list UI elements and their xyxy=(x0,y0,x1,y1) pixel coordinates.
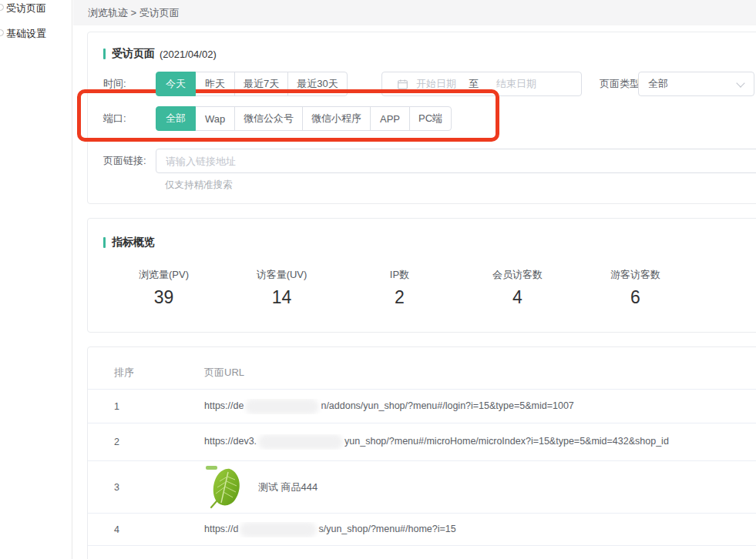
redacted-blur-patch xyxy=(245,399,319,414)
redacted-blur-patch xyxy=(240,522,317,537)
port-label: 端口: xyxy=(103,106,126,131)
sidebar: 受访页面 基础设置 xyxy=(0,0,72,559)
column-header-url: 页面URL xyxy=(204,366,244,380)
table-body: 1https://den/addons/yun_shop/?menu#/logi… xyxy=(88,390,756,559)
rank-cell: 1 xyxy=(114,401,204,412)
breadcrumb: 浏览轨迹 > 受访页面 xyxy=(73,0,756,25)
time-option-button[interactable]: 最近7天 xyxy=(234,72,288,96)
page-type-label: 页面类型: xyxy=(600,72,643,96)
sidebar-item-basic-settings[interactable]: 基础设置 xyxy=(6,27,46,41)
url-text: yun_shop/?menu#/microHome/microIndex?i=1… xyxy=(344,436,669,447)
metric-label: 浏览量(PV) xyxy=(105,268,223,282)
metric-label: 访客量(UV) xyxy=(223,268,341,282)
title-accent-bar xyxy=(103,49,106,59)
url-table-card: 排序 页面URL 1https://den/addons/yun_shop/?m… xyxy=(87,346,756,559)
page-link-label: 页面链接: xyxy=(103,149,146,173)
page: 受访页面 基础设置 浏览轨迹 > 受访页面 受访页面 (2021/04/02) … xyxy=(0,0,756,559)
metric-value: 4 xyxy=(459,287,576,308)
table-header: 排序 页面URL xyxy=(88,347,756,390)
sidebar-item-label: 受访页面 xyxy=(6,2,46,14)
metric: IP数2 xyxy=(341,268,459,308)
metrics-card: 指标概览 浏览量(PV)39访客量(UV)14IP数2会员访客数4游客访客数6 xyxy=(87,218,756,333)
table-row: 5htt/yun_shop/?menu#/home?i=15&type=5&mi… xyxy=(88,546,756,559)
section-title-visited-pages: 受访页面 (2021/04/02) xyxy=(103,47,217,61)
url-text: n/addons/yun_shop/?menu#/login?i=15&type… xyxy=(321,400,573,411)
bullet-icon xyxy=(0,4,4,11)
metric-value: 39 xyxy=(105,287,223,308)
metrics-row: 浏览量(PV)39访客量(UV)14IP数2会员访客数4游客访客数6 xyxy=(105,268,694,308)
port-filter-row: 端口: 全部Wap微信公众号微信小程序APPPC端 xyxy=(103,106,756,131)
metric-label: 会员访客数 xyxy=(459,268,576,282)
filter-card: 受访页面 (2021/04/02) 时间: 今天昨天最近7天最近30天 开始日期… xyxy=(87,32,756,204)
rank-cell: 3 xyxy=(114,482,204,493)
rank-cell: 4 xyxy=(114,524,204,535)
metric-value: 2 xyxy=(341,287,459,308)
url-text: https://de xyxy=(204,400,244,411)
date-range-separator: 至 xyxy=(469,72,479,95)
port-option-button[interactable]: Wap xyxy=(195,106,235,131)
redacted-blur-patch xyxy=(258,434,343,450)
page-type-select[interactable]: 全部 xyxy=(638,72,754,96)
port-option-button[interactable]: 微信小程序 xyxy=(302,106,371,131)
metric: 浏览量(PV)39 xyxy=(105,268,223,308)
bullet-icon xyxy=(0,29,4,36)
url-cell[interactable]: https://dev3.yun_shop/?menu#/microHome/m… xyxy=(204,434,756,450)
column-header-rank: 排序 xyxy=(114,366,204,380)
product-image[interactable] xyxy=(204,466,247,509)
time-label: 时间: xyxy=(103,72,126,96)
url-text: https://dev3. xyxy=(204,436,257,447)
section-title-metrics: 指标概览 xyxy=(103,236,155,249)
leaf-image xyxy=(204,466,247,509)
section-title-text: 受访页面 xyxy=(112,47,155,61)
end-date-placeholder[interactable]: 结束日期 xyxy=(496,72,536,95)
url-text: s/yun_shop/?menu#/home?i=15 xyxy=(318,524,455,534)
port-button-group: 全部Wap微信公众号微信小程序APPPC端 xyxy=(156,106,452,131)
main-area: 浏览轨迹 > 受访页面 受访页面 (2021/04/02) 时间: 今天昨天最近… xyxy=(73,0,756,559)
product-name: 测试 商品444 xyxy=(258,480,318,494)
metric: 会员访客数4 xyxy=(459,268,576,308)
time-option-button[interactable]: 最近30天 xyxy=(287,72,347,96)
port-option-button[interactable]: APP xyxy=(370,106,410,131)
sidebar-item-visited-pages[interactable]: 受访页面 xyxy=(6,2,46,15)
section-title-date: (2021/04/02) xyxy=(160,49,217,60)
time-button-group: 今天昨天最近7天最近30天 xyxy=(156,72,348,96)
time-filter-row: 时间: 今天昨天最近7天最近30天 开始日期 至 结束日期 页面类型: 全部 xyxy=(103,72,756,96)
url-cell[interactable]: 测试 商品444 xyxy=(204,466,756,509)
metric: 访客量(UV)14 xyxy=(223,268,341,308)
start-date-placeholder[interactable]: 开始日期 xyxy=(416,72,456,95)
time-option-button[interactable]: 今天 xyxy=(156,72,196,96)
rank-cell: 2 xyxy=(114,437,204,447)
calendar-icon xyxy=(398,79,408,89)
sidebar-item-label: 基础设置 xyxy=(6,28,46,39)
table-row: 2https://dev3.yun_shop/?menu#/microHome/… xyxy=(88,423,756,461)
url-cell[interactable]: https://ds/yun_shop/?menu#/home?i=15 xyxy=(204,522,756,537)
metric-value: 14 xyxy=(223,287,341,308)
table-row: 1https://den/addons/yun_shop/?menu#/logi… xyxy=(88,390,756,423)
url-text: https://d xyxy=(204,524,238,534)
title-accent-bar xyxy=(103,237,106,248)
page-link-input[interactable] xyxy=(156,149,756,173)
metric: 游客访客数6 xyxy=(576,268,694,308)
port-option-button[interactable]: 微信公众号 xyxy=(234,106,303,131)
date-range-picker[interactable]: 开始日期 至 结束日期 xyxy=(381,72,582,96)
metric-label: IP数 xyxy=(341,268,459,282)
port-option-button[interactable]: 全部 xyxy=(156,106,196,131)
metric-value: 6 xyxy=(576,287,694,308)
product-tag-icon xyxy=(206,466,217,470)
page-link-hint: 仅支持精准搜索 xyxy=(165,179,233,192)
url-cell[interactable]: https://den/addons/yun_shop/?menu#/login… xyxy=(204,399,756,414)
table-row: 4https://ds/yun_shop/?menu#/home?i=15 xyxy=(88,514,756,546)
port-option-button[interactable]: PC端 xyxy=(409,106,452,131)
metric-label: 游客访客数 xyxy=(576,268,694,282)
time-option-button[interactable]: 昨天 xyxy=(195,72,235,96)
page-link-row: 页面链接: xyxy=(103,149,756,173)
table-row: 3 测试 商品444 xyxy=(88,461,756,514)
section-title-text: 指标概览 xyxy=(112,236,155,249)
